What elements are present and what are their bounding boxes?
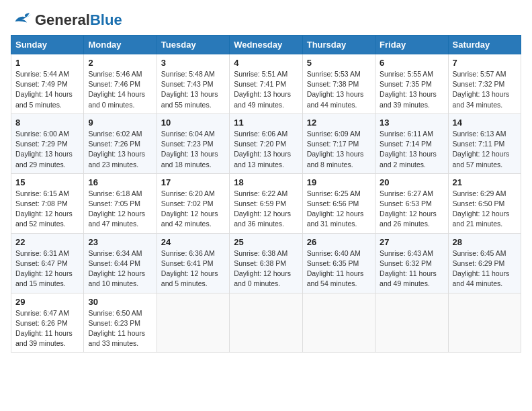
day-number: 26 [307, 237, 371, 247]
day-number: 25 [234, 237, 298, 247]
col-header-thursday: Thursday [302, 36, 375, 54]
calendar-cell: 14Sunrise: 6:13 AMSunset: 7:11 PMDayligh… [448, 113, 521, 173]
day-number: 21 [453, 177, 517, 187]
header: GeneralBlue [11, 11, 521, 30]
calendar-cell [375, 293, 448, 353]
day-info: Sunrise: 6:04 AMSunset: 7:23 PMDaylight:… [161, 129, 225, 170]
calendar-header-row: SundayMondayTuesdayWednesdayThursdayFrid… [11, 36, 521, 54]
day-number: 8 [15, 118, 79, 128]
day-number: 7 [453, 58, 517, 68]
day-info: Sunrise: 6:47 AMSunset: 6:26 PMDaylight:… [15, 308, 79, 349]
calendar-cell: 24Sunrise: 6:36 AMSunset: 6:41 PMDayligh… [157, 233, 229, 293]
calendar-cell: 6Sunrise: 5:55 AMSunset: 7:35 PMDaylight… [375, 54, 448, 114]
day-info: Sunrise: 6:11 AMSunset: 7:14 PMDaylight:… [380, 129, 443, 170]
day-info: Sunrise: 6:25 AMSunset: 6:56 PMDaylight:… [307, 189, 371, 230]
calendar-cell [448, 293, 521, 353]
calendar-cell: 1Sunrise: 5:44 AMSunset: 7:49 PMDaylight… [11, 54, 84, 114]
day-number: 30 [88, 297, 152, 307]
day-info: Sunrise: 5:51 AMSunset: 7:41 PMDaylight:… [234, 69, 298, 110]
calendar-cell: 15Sunrise: 6:15 AMSunset: 7:08 PMDayligh… [11, 173, 84, 233]
day-info: Sunrise: 6:50 AMSunset: 6:23 PMDaylight:… [88, 308, 152, 349]
day-number: 18 [234, 177, 298, 187]
day-info: Sunrise: 5:57 AMSunset: 7:32 PMDaylight:… [453, 69, 517, 110]
calendar-cell: 8Sunrise: 6:00 AMSunset: 7:29 PMDaylight… [11, 113, 84, 173]
day-info: Sunrise: 6:15 AMSunset: 7:08 PMDaylight:… [15, 189, 79, 230]
day-number: 19 [307, 177, 371, 187]
calendar-cell: 7Sunrise: 5:57 AMSunset: 7:32 PMDaylight… [448, 54, 521, 114]
day-info: Sunrise: 6:09 AMSunset: 7:17 PMDaylight:… [307, 129, 371, 170]
calendar-cell: 4Sunrise: 5:51 AMSunset: 7:41 PMDaylight… [230, 54, 302, 114]
calendar-cell: 21Sunrise: 6:29 AMSunset: 6:50 PMDayligh… [448, 173, 521, 233]
calendar-cell: 16Sunrise: 6:18 AMSunset: 7:05 PMDayligh… [84, 173, 157, 233]
day-number: 4 [234, 58, 298, 68]
calendar-week-row: 15Sunrise: 6:15 AMSunset: 7:08 PMDayligh… [11, 173, 521, 233]
day-number: 28 [453, 237, 517, 247]
day-info: Sunrise: 6:36 AMSunset: 6:41 PMDaylight:… [161, 248, 225, 289]
day-number: 17 [161, 177, 225, 187]
col-header-friday: Friday [375, 36, 448, 54]
calendar-cell: 23Sunrise: 6:34 AMSunset: 6:44 PMDayligh… [84, 233, 157, 293]
calendar-cell: 3Sunrise: 5:48 AMSunset: 7:43 PMDaylight… [157, 54, 229, 114]
day-info: Sunrise: 6:00 AMSunset: 7:29 PMDaylight:… [15, 129, 79, 170]
day-number: 14 [453, 118, 517, 128]
day-number: 10 [161, 118, 225, 128]
calendar-cell [230, 293, 302, 353]
day-number: 5 [307, 58, 371, 68]
calendar-cell: 12Sunrise: 6:09 AMSunset: 7:17 PMDayligh… [302, 113, 375, 173]
col-header-monday: Monday [84, 36, 157, 54]
calendar-cell [157, 293, 229, 353]
logo-text: GeneralBlue [35, 11, 122, 29]
calendar-cell: 30Sunrise: 6:50 AMSunset: 6:23 PMDayligh… [84, 293, 157, 353]
day-number: 24 [161, 237, 225, 247]
calendar-cell: 17Sunrise: 6:20 AMSunset: 7:02 PMDayligh… [157, 173, 229, 233]
calendar-cell: 25Sunrise: 6:38 AMSunset: 6:38 PMDayligh… [230, 233, 302, 293]
day-info: Sunrise: 6:40 AMSunset: 6:35 PMDaylight:… [307, 248, 371, 289]
day-info: Sunrise: 6:22 AMSunset: 6:59 PMDaylight:… [234, 189, 298, 230]
day-number: 12 [307, 118, 371, 128]
calendar-cell: 10Sunrise: 6:04 AMSunset: 7:23 PMDayligh… [157, 113, 229, 173]
day-number: 1 [15, 58, 79, 68]
day-info: Sunrise: 6:27 AMSunset: 6:53 PMDaylight:… [380, 189, 443, 230]
day-number: 20 [380, 177, 443, 187]
logo: GeneralBlue [11, 11, 122, 30]
calendar-week-row: 22Sunrise: 6:31 AMSunset: 6:47 PMDayligh… [11, 233, 521, 293]
day-info: Sunrise: 6:31 AMSunset: 6:47 PMDaylight:… [15, 248, 79, 289]
day-number: 13 [380, 118, 443, 128]
calendar-cell: 11Sunrise: 6:06 AMSunset: 7:20 PMDayligh… [230, 113, 302, 173]
day-number: 23 [88, 237, 152, 247]
day-info: Sunrise: 5:48 AMSunset: 7:43 PMDaylight:… [161, 69, 225, 110]
calendar-cell: 20Sunrise: 6:27 AMSunset: 6:53 PMDayligh… [375, 173, 448, 233]
col-header-sunday: Sunday [11, 36, 84, 54]
day-info: Sunrise: 6:38 AMSunset: 6:38 PMDaylight:… [234, 248, 298, 289]
day-number: 9 [88, 118, 152, 128]
day-number: 27 [380, 237, 443, 247]
day-info: Sunrise: 6:43 AMSunset: 6:32 PMDaylight:… [380, 248, 443, 289]
day-info: Sunrise: 6:20 AMSunset: 7:02 PMDaylight:… [161, 189, 225, 230]
day-info: Sunrise: 6:13 AMSunset: 7:11 PMDaylight:… [453, 129, 517, 170]
day-number: 22 [15, 237, 79, 247]
calendar-week-row: 1Sunrise: 5:44 AMSunset: 7:49 PMDaylight… [11, 54, 521, 114]
logo-icon [11, 11, 32, 30]
day-info: Sunrise: 6:34 AMSunset: 6:44 PMDaylight:… [88, 248, 152, 289]
day-info: Sunrise: 6:06 AMSunset: 7:20 PMDaylight:… [234, 129, 298, 170]
calendar-cell: 5Sunrise: 5:53 AMSunset: 7:38 PMDaylight… [302, 54, 375, 114]
day-number: 6 [380, 58, 443, 68]
day-info: Sunrise: 6:02 AMSunset: 7:26 PMDaylight:… [88, 129, 152, 170]
calendar-cell: 26Sunrise: 6:40 AMSunset: 6:35 PMDayligh… [302, 233, 375, 293]
day-info: Sunrise: 6:18 AMSunset: 7:05 PMDaylight:… [88, 189, 152, 230]
calendar-cell: 29Sunrise: 6:47 AMSunset: 6:26 PMDayligh… [11, 293, 84, 353]
day-number: 2 [88, 58, 152, 68]
calendar-cell: 13Sunrise: 6:11 AMSunset: 7:14 PMDayligh… [375, 113, 448, 173]
day-info: Sunrise: 6:45 AMSunset: 6:29 PMDaylight:… [453, 248, 517, 289]
day-info: Sunrise: 5:44 AMSunset: 7:49 PMDaylight:… [15, 69, 79, 110]
day-info: Sunrise: 5:53 AMSunset: 7:38 PMDaylight:… [307, 69, 371, 110]
calendar-cell: 28Sunrise: 6:45 AMSunset: 6:29 PMDayligh… [448, 233, 521, 293]
col-header-saturday: Saturday [448, 36, 521, 54]
day-info: Sunrise: 5:46 AMSunset: 7:46 PMDaylight:… [88, 69, 152, 110]
calendar-cell: 9Sunrise: 6:02 AMSunset: 7:26 PMDaylight… [84, 113, 157, 173]
day-number: 15 [15, 177, 79, 187]
calendar-week-row: 29Sunrise: 6:47 AMSunset: 6:26 PMDayligh… [11, 293, 521, 353]
col-header-wednesday: Wednesday [230, 36, 302, 54]
col-header-tuesday: Tuesday [157, 36, 229, 54]
calendar-cell: 22Sunrise: 6:31 AMSunset: 6:47 PMDayligh… [11, 233, 84, 293]
